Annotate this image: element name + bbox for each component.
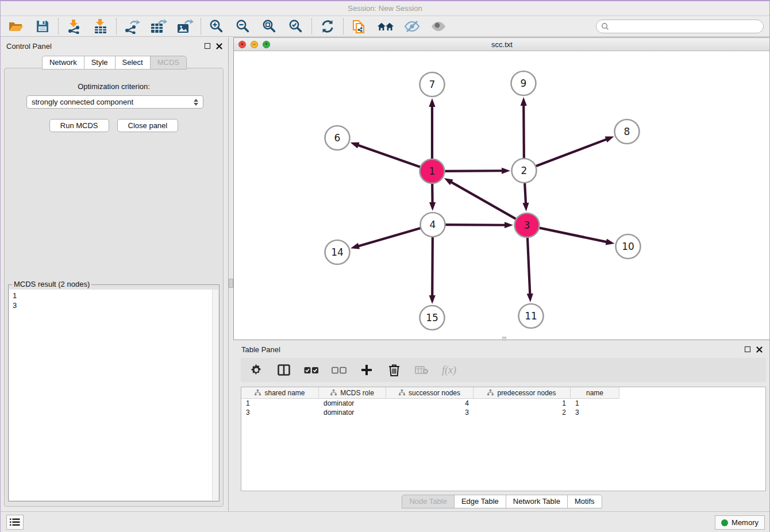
- column-header-MCDS-role[interactable]: MCDS role: [319, 387, 386, 399]
- close-table-panel-icon[interactable]: [756, 346, 763, 353]
- table-row[interactable]: 1dominator411: [241, 399, 765, 408]
- zoom-in-icon[interactable]: [208, 18, 225, 34]
- control-panel-header: Control Panel: [1, 37, 228, 55]
- duplicate-network-icon[interactable]: [351, 18, 368, 34]
- close-panel-icon[interactable]: [216, 43, 222, 49]
- table-cell[interactable]: 3: [386, 408, 473, 417]
- panel-splitter-handle[interactable]: [229, 279, 233, 288]
- column-header-label: successor nodes: [409, 389, 460, 397]
- zoom-out-icon[interactable]: [234, 18, 252, 34]
- table-settings-icon[interactable]: [249, 363, 264, 377]
- window-minimize-icon[interactable]: −: [251, 41, 258, 48]
- optimization-criterion-select[interactable]: strongly connected component: [26, 95, 203, 109]
- window-resize-handle[interactable]: [502, 337, 506, 341]
- window-zoom-icon[interactable]: +: [263, 41, 270, 48]
- apply-function-icon[interactable]: f(x): [442, 364, 456, 376]
- network-canvas[interactable]: 7968124314101511: [234, 51, 770, 340]
- graph-edge-2-9[interactable]: [523, 105, 524, 159]
- float-panel-icon[interactable]: [205, 43, 210, 49]
- graph-edge-2-3[interactable]: [525, 183, 526, 204]
- add-row-icon[interactable]: [359, 363, 374, 377]
- zoom-selected-icon[interactable]: [287, 18, 305, 34]
- graph-edge-4-3[interactable]: [445, 225, 506, 225]
- search-input[interactable]: [596, 20, 764, 33]
- tab-network[interactable]: Network: [42, 56, 84, 70]
- column-header-shared-name[interactable]: shared name: [241, 387, 319, 399]
- table-cell[interactable]: 3: [571, 408, 619, 417]
- mcds-result-line: 1: [13, 291, 215, 300]
- tab-mcds[interactable]: MCDS: [150, 56, 187, 70]
- graph-node-3[interactable]: 3: [515, 213, 540, 237]
- open-session-icon[interactable]: [7, 18, 25, 34]
- result-scrollbar[interactable]: [212, 290, 218, 500]
- show-graphics-details-icon[interactable]: [430, 18, 447, 34]
- graph-edge-arrowhead: [429, 202, 436, 211]
- graph-node-2[interactable]: 2: [512, 159, 537, 183]
- table-cell[interactable]: 4: [386, 399, 473, 408]
- tab-style[interactable]: Style: [84, 56, 115, 70]
- tab-node-table[interactable]: Node Table: [402, 495, 454, 508]
- graph-edge-2-8[interactable]: [536, 139, 607, 166]
- graph-edge-1-6[interactable]: [357, 145, 421, 167]
- graph-edge-1-2[interactable]: [444, 171, 503, 171]
- table-cell[interactable]: 2: [473, 408, 571, 417]
- close-panel-button[interactable]: Close panel: [117, 119, 179, 132]
- run-mcds-button[interactable]: Run MCDS: [49, 119, 109, 132]
- graph-node-label: 6: [334, 132, 341, 144]
- import-network-icon[interactable]: [66, 18, 83, 34]
- graph-node-9[interactable]: 9: [511, 71, 536, 95]
- column-header-predecessor-nodes[interactable]: predecessor nodes: [473, 387, 571, 399]
- table-panel: Table Panel: [233, 342, 770, 509]
- table-cell[interactable]: dominator: [319, 408, 386, 417]
- tab-network-table[interactable]: Network Table: [506, 495, 567, 508]
- graph-node-1[interactable]: 1: [420, 159, 445, 183]
- refresh-icon[interactable]: [319, 18, 336, 34]
- network-window-titlebar[interactable]: scc.txt × − +: [234, 38, 770, 51]
- graph-edge-4-15[interactable]: [432, 237, 433, 296]
- graph-edge-3-10[interactable]: [539, 228, 607, 242]
- window-close-icon[interactable]: ×: [238, 41, 246, 48]
- save-session-icon[interactable]: [34, 18, 51, 34]
- graph-node-4[interactable]: 4: [421, 213, 445, 237]
- table-cell[interactable]: 1: [241, 399, 319, 408]
- tab-motifs[interactable]: Motifs: [567, 495, 602, 508]
- table-cell[interactable]: 1: [571, 399, 619, 408]
- tab-select[interactable]: Select: [115, 56, 150, 70]
- node-table: shared nameMCDS rolesuccessor nodesprede…: [241, 387, 766, 491]
- graph-edge-arrowhead: [606, 238, 615, 245]
- graph-node-6[interactable]: 6: [325, 126, 350, 150]
- deselect-all-icon[interactable]: [332, 363, 346, 377]
- column-header-name[interactable]: name: [571, 387, 619, 399]
- graph-node-8[interactable]: 8: [615, 119, 640, 144]
- table-cell[interactable]: 3: [241, 408, 319, 417]
- graph-node-7[interactable]: 7: [420, 72, 445, 97]
- select-all-icon[interactable]: [304, 363, 319, 377]
- graph-node-10[interactable]: 10: [616, 234, 641, 259]
- destroy-table-icon[interactable]: [414, 363, 429, 377]
- table-cell[interactable]: 1: [473, 399, 571, 408]
- import-table-icon[interactable]: [92, 18, 109, 34]
- zoom-fit-icon[interactable]: [261, 18, 278, 34]
- column-header-successor-nodes[interactable]: successor nodes: [386, 387, 473, 399]
- mcds-result-area[interactable]: 13: [9, 290, 218, 500]
- graph-edge-3-11[interactable]: [528, 237, 530, 295]
- memory-button[interactable]: Memory: [715, 515, 765, 530]
- export-network-icon[interactable]: [124, 18, 141, 34]
- hide-graphics-details-icon[interactable]: [403, 18, 421, 34]
- graph-edge-4-14[interactable]: [358, 228, 421, 246]
- float-table-panel-icon[interactable]: [745, 346, 750, 352]
- table-row[interactable]: 3dominator323: [241, 408, 765, 417]
- delete-row-icon[interactable]: [387, 363, 402, 377]
- graph-node-15[interactable]: 15: [420, 306, 445, 330]
- task-history-button[interactable]: [6, 515, 24, 530]
- graph-node-11[interactable]: 11: [519, 304, 544, 328]
- graph-edge-3-1[interactable]: [451, 182, 517, 219]
- split-view-icon[interactable]: [276, 363, 291, 377]
- graph-edge-arrowhead: [505, 222, 513, 228]
- export-image-icon[interactable]: [176, 18, 194, 34]
- table-cell[interactable]: dominator: [319, 399, 386, 408]
- export-table-icon[interactable]: [150, 18, 167, 34]
- graph-node-14[interactable]: 14: [325, 240, 350, 264]
- home-icon[interactable]: [377, 18, 394, 34]
- tab-edge-table[interactable]: Edge Table: [454, 495, 506, 508]
